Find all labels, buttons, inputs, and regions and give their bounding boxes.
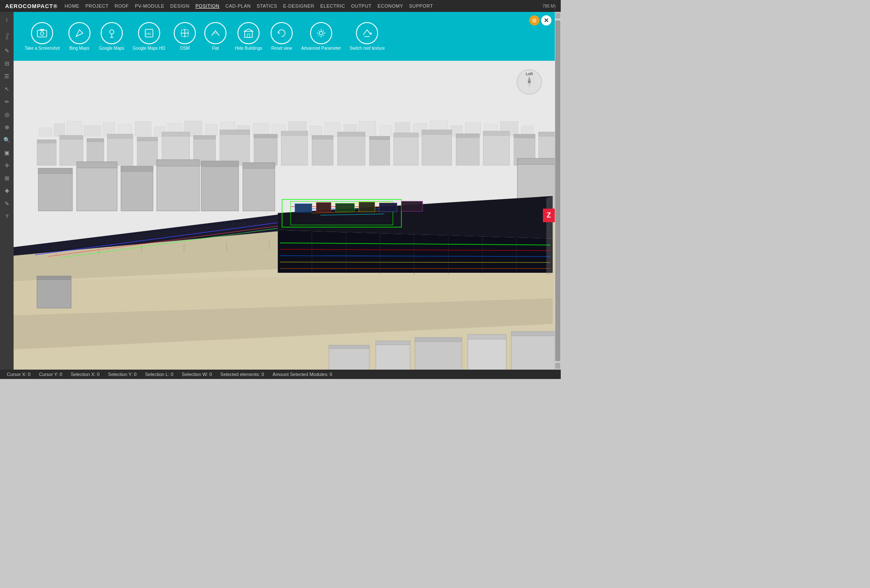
svg-rect-54 xyxy=(193,136,215,139)
svg-rect-67 xyxy=(394,133,418,165)
main-nav: HOME PROJECT ROOF PV-MODULE DESIGN POSIT… xyxy=(65,3,433,8)
sidebar-tool-arrow[interactable]: ↖ xyxy=(1,83,12,94)
btn-reset-view[interactable]: Reset view xyxy=(268,20,295,52)
nav-electric[interactable]: ELECTRIC xyxy=(320,3,345,8)
selection-w: Selection W: 0 xyxy=(182,372,212,377)
google-maps-hd-label: Google Maps HD xyxy=(133,46,165,51)
svg-rect-65 xyxy=(370,136,390,165)
sidebar-tool-rect[interactable]: ▣ xyxy=(1,147,12,158)
sidebar-tool-list[interactable]: ☰ xyxy=(1,71,12,82)
svg-rect-79 xyxy=(38,168,72,211)
svg-rect-122 xyxy=(401,201,423,211)
sidebar-tool-pin[interactable]: ⊕ xyxy=(1,122,12,133)
svg-rect-82 xyxy=(76,162,117,168)
svg-rect-149 xyxy=(511,331,555,336)
sidebar-tool-help[interactable]: ? xyxy=(1,211,12,222)
screenshot-icon xyxy=(31,22,53,44)
btn-screenshot[interactable]: Take a Screenshot xyxy=(22,20,62,52)
switch-roof-texture-label: Switch roof texture xyxy=(350,46,385,51)
rs-scroll-mid[interactable] xyxy=(555,20,560,361)
nav-economy[interactable]: ECONOMY xyxy=(378,3,403,8)
app-logo: AEROCOMPACT® xyxy=(5,3,58,9)
sidebar-tool-edit[interactable]: ✎ xyxy=(1,45,12,56)
svg-rect-73 xyxy=(483,131,509,165)
nav-e-designer[interactable]: E-DESIGNER xyxy=(283,3,314,8)
btn-google-maps-hd[interactable]: HD Google Maps HD xyxy=(130,20,168,52)
nav-home[interactable]: HOME xyxy=(65,3,79,8)
svg-rect-85 xyxy=(157,160,199,211)
sidebar-tool-circle[interactable]: ◎ xyxy=(1,109,12,120)
btn-hide-buildings[interactable]: Hide Buildings xyxy=(232,20,265,52)
svg-rect-47 xyxy=(107,134,133,165)
nav-project[interactable]: PROJECT xyxy=(85,3,109,8)
nav-design[interactable]: DESIGN xyxy=(170,3,189,8)
svg-text:HD: HD xyxy=(146,32,151,36)
svg-rect-142 xyxy=(376,341,410,370)
svg-rect-88 xyxy=(201,161,238,167)
svg-rect-78 xyxy=(539,132,555,136)
svg-rect-14 xyxy=(67,122,82,136)
svg-marker-150 xyxy=(546,196,553,275)
svg-rect-92 xyxy=(517,158,555,164)
svg-rect-139 xyxy=(37,276,71,280)
osm-icon xyxy=(174,22,196,44)
btn-switch-roof-texture[interactable]: Switch roof texture xyxy=(347,20,387,52)
svg-rect-52 xyxy=(162,132,189,136)
sidebar-tool-snap[interactable]: ⊞ xyxy=(1,172,12,184)
svg-rect-140 xyxy=(329,345,369,370)
btn-google-maps[interactable]: Google Maps xyxy=(96,20,127,52)
close-button[interactable]: ✕ xyxy=(541,15,551,25)
sidebar-tool-brush[interactable]: ✎ xyxy=(1,198,12,209)
svg-point-10 xyxy=(319,31,323,35)
btn-flat[interactable]: Flat xyxy=(202,20,229,52)
nav-statics[interactable]: STATICS xyxy=(257,3,277,8)
cursor-y: Cursor Y: 0 xyxy=(39,372,62,377)
svg-rect-13 xyxy=(54,124,65,136)
nav-output[interactable]: OUTPUT xyxy=(351,3,371,8)
svg-rect-60 xyxy=(281,131,308,136)
hide-buildings-label: Hide Buildings xyxy=(235,46,262,51)
nav-support[interactable]: SUPPORT xyxy=(409,3,433,8)
nav-pv-module[interactable]: PV-MODULE xyxy=(135,3,164,8)
btn-bing-maps[interactable]: Bing Maps xyxy=(66,20,93,52)
3d-viewport[interactable]: Left Z xyxy=(14,61,555,370)
z-button[interactable]: Z xyxy=(543,209,555,222)
cursor-x: Cursor X: 0 xyxy=(7,372,31,377)
svg-rect-89 xyxy=(243,163,275,211)
svg-rect-8 xyxy=(245,31,252,37)
sidebar-tool-plus2[interactable]: ✚ xyxy=(1,185,12,196)
bing-maps-icon xyxy=(68,22,90,44)
sidebar-tool-line[interactable]: ⊟ xyxy=(1,58,12,69)
sidebar-tool-cursor[interactable]: ↕ xyxy=(1,14,12,25)
svg-rect-59 xyxy=(281,131,308,165)
svg-point-153 xyxy=(528,81,531,83)
right-sidebar xyxy=(555,12,561,370)
navigation-compass[interactable]: Left xyxy=(517,69,542,95)
svg-rect-72 xyxy=(456,134,479,138)
svg-rect-64 xyxy=(337,132,365,136)
svg-rect-143 xyxy=(376,341,410,345)
settings-button[interactable]: ⚙ xyxy=(529,15,540,25)
google-maps-hd-icon: HD xyxy=(138,22,160,44)
svg-rect-144 xyxy=(415,337,462,370)
nav-position[interactable]: POSITION xyxy=(195,3,220,8)
sidebar-tool-zoom[interactable]: 🔍 xyxy=(1,134,12,145)
btn-advanced-parameter[interactable]: Advanced Parameter xyxy=(299,20,344,52)
screenshot-label: Take a Screenshot xyxy=(25,46,60,51)
rs-scroll-up[interactable] xyxy=(555,13,560,19)
svg-rect-55 xyxy=(220,130,250,165)
nav-roof[interactable]: ROOF xyxy=(115,3,129,8)
svg-rect-145 xyxy=(415,337,462,342)
svg-rect-86 xyxy=(157,160,199,166)
nav-cad-plan[interactable]: CAD-PLAN xyxy=(226,3,251,8)
svg-point-1 xyxy=(40,32,44,35)
google-maps-icon xyxy=(101,22,123,44)
sidebar-tool-plus[interactable]: ✛ xyxy=(1,160,12,171)
svg-rect-74 xyxy=(483,131,509,136)
compass-label: Left xyxy=(526,72,533,76)
sidebar-tool-pencil[interactable]: ✏ xyxy=(1,96,12,107)
svg-rect-147 xyxy=(468,334,506,339)
svg-rect-76 xyxy=(514,134,535,138)
rs-scroll-down[interactable] xyxy=(555,363,560,369)
btn-osm[interactable]: OSM xyxy=(171,20,198,52)
